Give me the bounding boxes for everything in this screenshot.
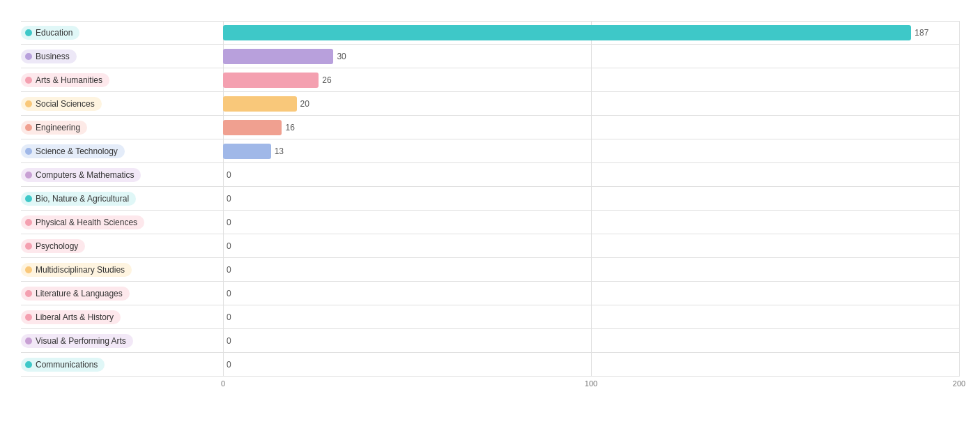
label-area: Multidisciplinary Studies bbox=[21, 263, 223, 277]
bars-area: 20 bbox=[223, 92, 959, 116]
gridline bbox=[959, 305, 960, 329]
gridline bbox=[959, 45, 960, 68]
gridline bbox=[959, 163, 960, 187]
gridline bbox=[223, 234, 224, 258]
bar-row: Computers & Mathematics0 bbox=[21, 163, 959, 187]
bar-fill bbox=[223, 25, 911, 40]
bar-value-label: 0 bbox=[227, 163, 231, 187]
bars-wrapper: Education187Business30Arts & Humanities2… bbox=[21, 21, 959, 377]
label-pill: Education bbox=[21, 26, 79, 40]
bar-row: Multidisciplinary Studies0 bbox=[21, 258, 959, 282]
bars-area: 26 bbox=[223, 68, 959, 92]
bar-row: Social Sciences20 bbox=[21, 92, 959, 116]
bars-area: 187 bbox=[223, 21, 959, 45]
bar-value-label: 187 bbox=[914, 21, 928, 45]
bar-row: Liberal Arts & History0 bbox=[21, 305, 959, 329]
gridline bbox=[223, 329, 224, 353]
bars-area: 0 bbox=[223, 211, 959, 234]
bar-label: Arts & Humanities bbox=[36, 75, 102, 85]
gridline bbox=[959, 68, 960, 92]
dot-icon bbox=[25, 243, 32, 250]
gridline bbox=[591, 45, 592, 68]
gridline bbox=[223, 282, 224, 305]
bar-value-label: 0 bbox=[227, 234, 231, 258]
label-pill: Social Sciences bbox=[21, 97, 102, 111]
bar-value-label: 0 bbox=[227, 329, 231, 353]
label-pill: Arts & Humanities bbox=[21, 73, 109, 87]
gridline bbox=[959, 211, 960, 234]
bar-label: Physical & Health Sciences bbox=[36, 218, 137, 227]
bars-area: 16 bbox=[223, 116, 959, 139]
gridline bbox=[959, 329, 960, 353]
bar-value-label: 0 bbox=[227, 187, 231, 211]
bars-area: 0 bbox=[223, 187, 959, 211]
label-area: Computers & Mathematics bbox=[21, 168, 223, 182]
bar-label: Bio, Nature & Agricultural bbox=[36, 194, 129, 204]
label-area: Physical & Health Sciences bbox=[21, 215, 223, 229]
x-tick-label: 100 bbox=[585, 379, 597, 388]
gridline bbox=[959, 353, 960, 377]
bar-value-label: 0 bbox=[227, 258, 231, 282]
bar-value-label: 13 bbox=[275, 139, 284, 163]
bar-row: Science & Technology13 bbox=[21, 139, 959, 163]
dot-icon bbox=[25, 337, 32, 344]
bar-row: Business30 bbox=[21, 45, 959, 68]
dot-icon bbox=[25, 29, 32, 36]
bar-label: Education bbox=[36, 28, 72, 38]
bar-fill bbox=[223, 120, 282, 135]
bar-row: Bio, Nature & Agricultural0 bbox=[21, 187, 959, 211]
bars-area: 0 bbox=[223, 163, 959, 187]
bar-row: Physical & Health Sciences0 bbox=[21, 211, 959, 234]
bar-label: Engineering bbox=[36, 123, 80, 132]
bar-label: Communications bbox=[36, 360, 98, 370]
gridline bbox=[591, 68, 592, 92]
bars-area: 0 bbox=[223, 329, 959, 353]
label-area: Engineering bbox=[21, 121, 223, 135]
bar-value-label: 0 bbox=[227, 305, 231, 329]
x-tick-label: 200 bbox=[953, 379, 965, 388]
dot-icon bbox=[25, 314, 32, 321]
label-area: Social Sciences bbox=[21, 97, 223, 111]
bar-label: Multidisciplinary Studies bbox=[36, 265, 125, 275]
label-area: Education bbox=[21, 26, 223, 40]
dot-icon bbox=[25, 53, 32, 60]
gridline bbox=[959, 187, 960, 211]
dot-icon bbox=[25, 100, 32, 107]
bar-value-label: 0 bbox=[227, 282, 231, 305]
gridline bbox=[223, 305, 224, 329]
label-pill: Science & Technology bbox=[21, 144, 125, 158]
gridline bbox=[591, 163, 592, 187]
bar-label: Liberal Arts & History bbox=[36, 312, 114, 322]
gridline bbox=[959, 258, 960, 282]
bar-label: Psychology bbox=[36, 241, 78, 251]
bar-value-label: 0 bbox=[227, 353, 231, 377]
label-pill: Computers & Mathematics bbox=[21, 168, 141, 182]
bar-fill bbox=[223, 144, 271, 159]
gridline bbox=[591, 258, 592, 282]
gridline bbox=[591, 282, 592, 305]
label-pill: Literature & Languages bbox=[21, 287, 130, 301]
label-pill: Multidisciplinary Studies bbox=[21, 263, 132, 277]
label-area: Liberal Arts & History bbox=[21, 310, 223, 324]
bar-row: Engineering16 bbox=[21, 116, 959, 139]
label-pill: Physical & Health Sciences bbox=[21, 215, 144, 229]
gridline bbox=[223, 187, 224, 211]
bars-area: 0 bbox=[223, 305, 959, 329]
bar-fill bbox=[223, 49, 333, 64]
dot-icon bbox=[25, 148, 32, 155]
bar-row: Psychology0 bbox=[21, 234, 959, 258]
label-pill: Liberal Arts & History bbox=[21, 310, 121, 324]
bar-row: Literature & Languages0 bbox=[21, 282, 959, 305]
label-area: Literature & Languages bbox=[21, 287, 223, 301]
label-area: Communications bbox=[21, 358, 223, 372]
bar-label: Science & Technology bbox=[36, 146, 118, 156]
gridline bbox=[223, 258, 224, 282]
gridline bbox=[591, 305, 592, 329]
dot-icon bbox=[25, 172, 32, 179]
dot-icon bbox=[25, 124, 32, 131]
bar-value-label: 30 bbox=[337, 45, 346, 68]
gridline bbox=[591, 234, 592, 258]
gridline bbox=[591, 139, 592, 163]
bars-area: 30 bbox=[223, 45, 959, 68]
gridline bbox=[223, 163, 224, 187]
